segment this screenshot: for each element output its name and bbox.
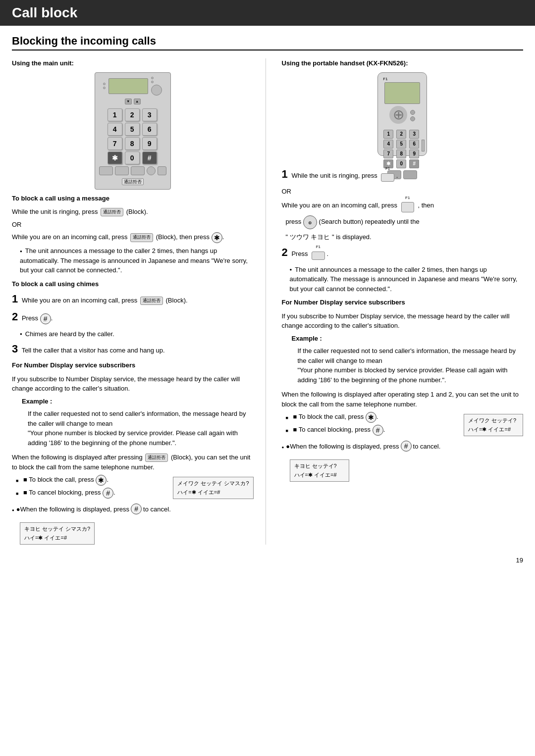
main-unit-image: ▼ ▲ 1 2 3 4 5 6 7 8 9 ✱ xyxy=(12,72,254,190)
portable-nav xyxy=(389,106,415,126)
key-6: 6 xyxy=(142,123,157,136)
block-btn-when: 通話拒否 xyxy=(145,454,168,462)
p-key-2: 2 xyxy=(396,130,406,139)
right-when-displayed-row: ● ●When the following is displayed, pres… xyxy=(282,441,524,452)
when-following-p: When the following is displayed after pr… xyxy=(12,453,254,472)
display-box2: キヨヒ セッテイ シマスカ? ハイ=✱ イイエ=# xyxy=(20,522,95,545)
left-example-text: If the caller requested not to send call… xyxy=(12,409,254,448)
nav-row: ▼ ▲ xyxy=(125,99,141,104)
main-screen xyxy=(108,78,148,94)
right-step1-or-block: While you are on an incoming call, press… xyxy=(282,199,524,212)
hash-btn-step2: # xyxy=(40,313,51,324)
antenna xyxy=(422,140,425,151)
round-btn2 xyxy=(147,166,156,175)
right-or-line: OR xyxy=(282,187,524,197)
chimes-bullets: Chimes are heard by the caller. xyxy=(12,329,254,339)
or-line1: OR xyxy=(12,220,254,230)
key-3: 3 xyxy=(142,108,157,121)
left-number-display-title: For Number Display service subscribers xyxy=(12,360,254,370)
right-step1-num: 1 xyxy=(282,168,288,180)
p-key-hash: # xyxy=(409,159,419,168)
block-btn-inline1: 通話拒否 xyxy=(101,208,123,217)
bottom-row xyxy=(99,166,166,175)
p-key-9: 9 xyxy=(409,150,419,158)
key-9: 9 xyxy=(142,137,157,150)
p-key-6: 6 xyxy=(409,140,419,149)
right-bullet1: The unit announces a message to the call… xyxy=(290,265,524,294)
right-bullet-dot: ● xyxy=(282,445,284,450)
page-title: Call block xyxy=(12,5,523,21)
block-btn-inline2: 通話拒否 xyxy=(130,233,153,242)
func-btn2 xyxy=(115,166,129,175)
f1-btn-step1: F1 xyxy=(381,170,394,182)
section-title: Blocking the incoming calls xyxy=(12,35,523,50)
p-key-0: 0 xyxy=(396,159,406,168)
right-controls xyxy=(151,77,162,96)
right-hash-when-displayed: # xyxy=(401,441,412,452)
right-when-following-p: When the following is displayed after op… xyxy=(282,390,524,409)
display-box1-line1: メイワク セッテイ シマスカ? xyxy=(177,479,249,488)
left-example-label: Example : xyxy=(12,397,254,406)
main-unit-device: ▼ ▲ 1 2 3 4 5 6 7 8 9 ✱ xyxy=(95,72,171,190)
hash-to-cancel: # xyxy=(103,488,113,499)
right-display-box2-line2: ハイ=✱ イイエ=# xyxy=(294,471,345,480)
f1-label-top: F1 xyxy=(383,77,387,81)
display-box2-line2: ハイ=✱ イイエ=# xyxy=(24,534,90,543)
right-asterisk-to-block: ✱ xyxy=(366,412,376,423)
page-number: 19 xyxy=(12,556,523,564)
display-box1-line2: ハイ=✱ イイエ=# xyxy=(177,488,249,497)
right-step1-press: press ⊕ (Search button) repeatedly until… xyxy=(286,215,524,229)
portable-keypad: 1 2 3 4 5 6 7 8 9 ✱ 0 # xyxy=(383,130,421,168)
right-step2-num: 2 xyxy=(282,246,288,258)
block-msg-p2: While you are on an incoming call, press… xyxy=(12,232,254,243)
block-controls-section: メイワク セッテイ シマスカ? ハイ=✱ イイエ=# ■ To block th… xyxy=(12,475,254,502)
dot2 xyxy=(103,87,106,89)
chimes-bullet1: Chimes are heard by the caller. xyxy=(20,329,254,339)
right-subsection-title: Using the portable handset (KX-FKN526): xyxy=(282,58,524,68)
right-display-box1-line1: メイワク セッテイ? xyxy=(468,416,519,425)
bullet-item-1: The unit announces a message to the call… xyxy=(20,246,254,275)
portable-dot2 xyxy=(410,116,415,121)
right-display-box1-line2: ハイ=✱ イイエ=# xyxy=(468,425,519,434)
step3-num: 3 xyxy=(12,343,18,355)
step2-chimes: 2 Press #. xyxy=(12,310,254,324)
round-btn xyxy=(151,85,162,96)
left-column: Using the main unit: xyxy=(12,58,266,545)
step1-num: 1 xyxy=(12,293,18,305)
block-btn-step1: 通話拒否 xyxy=(140,297,163,305)
key-5: 5 xyxy=(125,123,140,136)
page-header: Call block xyxy=(0,0,535,26)
when-displayed-row: ● ●When the following is displayed, pres… xyxy=(12,504,254,514)
dot4 xyxy=(151,81,154,83)
f1-btn-or: F1 xyxy=(401,199,414,212)
step2-num: 2 xyxy=(12,310,18,323)
p-key-7: 7 xyxy=(383,150,393,158)
func-btn1 xyxy=(99,166,113,175)
display-text: " ツウワ キヨヒ " is displayed. xyxy=(286,232,524,242)
display-box2-wrapper: キヨヒ セッテイ シマスカ? ハイ=✱ イイエ=# xyxy=(20,518,254,545)
block-msg-bullets: The unit announces a message to the call… xyxy=(12,246,254,275)
p-func-btn2 xyxy=(403,170,417,179)
right-display-box2-line1: キヨヒ セッテイ? xyxy=(294,462,345,471)
main-unit-top xyxy=(103,77,162,96)
portable-device: F1 1 2 3 4 xyxy=(377,72,427,156)
when-following-block: When the following is displayed after pr… xyxy=(12,453,254,545)
block-btn-area: 通話拒否 xyxy=(122,177,144,185)
portable-screen xyxy=(384,82,420,104)
left-dots xyxy=(103,83,106,89)
nav-cross-btn xyxy=(389,106,407,124)
bullet-dot: ● xyxy=(12,508,14,512)
key-4: 4 xyxy=(107,123,122,136)
block-chimes-title: To block a call using chimes xyxy=(12,279,254,289)
dot1 xyxy=(103,83,106,85)
key-1: 1 xyxy=(107,108,122,121)
right-display-box1: メイワク セッテイ? ハイ=✱ イイエ=# xyxy=(464,414,523,436)
key-star: ✱ xyxy=(107,151,122,164)
right-block-controls-section: メイワク セッテイ? ハイ=✱ イイエ=# ■ To block the cal… xyxy=(282,412,524,439)
right-example-label: Example : xyxy=(282,334,524,344)
key-0: 0 xyxy=(125,151,140,164)
search-btn-icon: ⊕ xyxy=(303,215,317,229)
key-7: 7 xyxy=(107,137,122,150)
right-bullets: The unit announces a message to the call… xyxy=(282,265,524,294)
p-key-4: 4 xyxy=(383,140,393,149)
